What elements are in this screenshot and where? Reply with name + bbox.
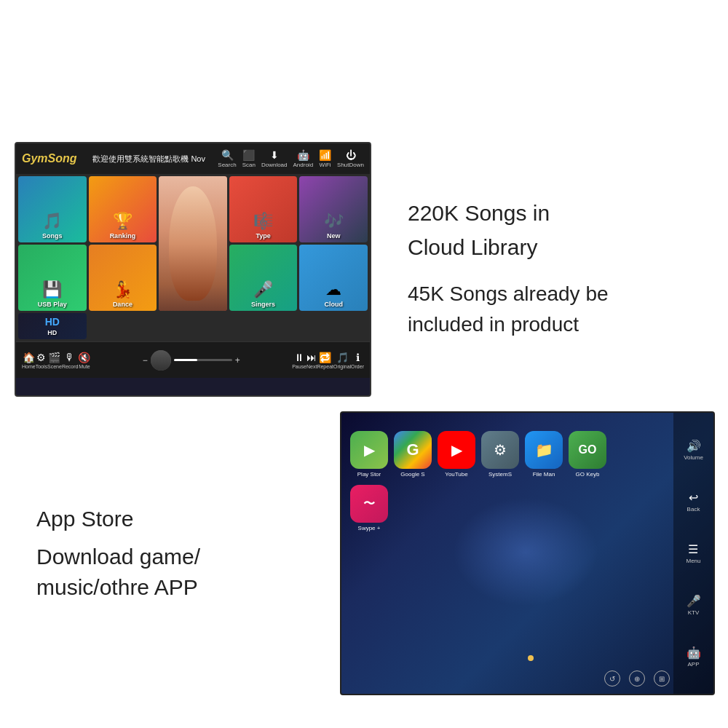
google-icon: G bbox=[394, 431, 432, 469]
new-icon: 🎶 bbox=[324, 212, 344, 231]
tile-type[interactable]: 🎼 Type bbox=[229, 176, 298, 242]
tile-new[interactable]: 🎶 New bbox=[299, 176, 368, 242]
original-icon: 🎵 bbox=[336, 352, 349, 363]
ctrl-next[interactable]: ⏭ Next bbox=[306, 352, 317, 369]
songs-icon: 🎵 bbox=[42, 212, 62, 231]
ctrl-repeat[interactable]: 🔁 Repeat bbox=[317, 352, 333, 369]
cloud-songs-line1: 220K Songs in bbox=[408, 199, 550, 227]
ctrl-mute[interactable]: 🔇 Mute bbox=[78, 352, 90, 369]
ctrl-record[interactable]: 🎙 Record bbox=[62, 352, 79, 369]
app-google[interactable]: G Google S bbox=[394, 431, 432, 478]
tile-ranking[interactable]: 🏆 Ranking bbox=[89, 176, 157, 242]
settings-icon: ⚙ bbox=[481, 431, 519, 469]
ranking-icon: 🏆 bbox=[113, 212, 132, 231]
ctrl-pause[interactable]: ⏸ Pause bbox=[292, 352, 306, 369]
progress-area: − + bbox=[90, 350, 292, 371]
usbplay-icon: 💾 bbox=[42, 280, 62, 299]
ctrl-original[interactable]: 🎵 Original bbox=[333, 352, 351, 369]
app-filemanager[interactable]: 📁 File Man bbox=[525, 431, 563, 478]
mute-label: Mute bbox=[79, 364, 90, 369]
sidebar-app[interactable]: 🤖 APP bbox=[687, 646, 701, 668]
swype-label: Swype + bbox=[358, 525, 381, 531]
mute-icon: 🔇 bbox=[78, 352, 90, 363]
android-home-circle[interactable]: ⊕ bbox=[629, 670, 645, 687]
ktv-icon: 🎤 bbox=[687, 594, 701, 608]
type-label: Type bbox=[256, 232, 270, 240]
scan-icon: ⬛ bbox=[242, 149, 255, 161]
shutdown-icon-item[interactable]: ⏻ ShutDown bbox=[337, 149, 364, 168]
tile-hd[interactable]: HD HD bbox=[18, 313, 87, 339]
scene-icon: 🎬 bbox=[48, 352, 60, 363]
app-settings[interactable]: ⚙ SystemS bbox=[481, 431, 519, 478]
youtube-icon: ▶ bbox=[438, 431, 475, 469]
app-swype[interactable]: 〜 Swype + bbox=[350, 485, 388, 531]
download-icon: ⬇ bbox=[270, 149, 279, 161]
tile-center-face[interactable] bbox=[159, 176, 227, 311]
sidebar-ktv[interactable]: 🎤 KTV bbox=[687, 594, 701, 616]
wifi-label: WiFi bbox=[320, 162, 331, 168]
gymsong-logo: GymSong bbox=[22, 152, 80, 165]
appstore-line2: Download game/music/othre APP bbox=[36, 542, 306, 603]
hd-icon: HD bbox=[45, 316, 60, 328]
right-text-panel: 220K Songs in Cloud Library 45K Songs al… bbox=[386, 142, 713, 397]
android-menu-circle[interactable]: ⊞ bbox=[654, 670, 670, 687]
apps-row2: 〜 Swype + bbox=[341, 481, 673, 535]
filemanager-label: File Man bbox=[533, 471, 555, 478]
app-youtube[interactable]: ▶ YouTube bbox=[438, 431, 475, 478]
dance-label: Dance bbox=[113, 301, 132, 308]
appstore-line1: App Store bbox=[36, 504, 306, 534]
karaoke-icons: 🔍 Search ⬛ Scan ⬇ Download 🤖 Android 📶 bbox=[218, 149, 364, 168]
google-label: Google S bbox=[400, 471, 424, 478]
sidebar-back[interactable]: ↩ Back bbox=[687, 491, 700, 513]
next-label: Next bbox=[306, 364, 317, 369]
android-icon-item[interactable]: 🤖 Android bbox=[293, 149, 314, 168]
download-icon-item[interactable]: ⬇ Download bbox=[261, 149, 288, 168]
cloud-library-line2: Cloud Library bbox=[408, 233, 537, 261]
tile-dance[interactable]: 💃 Dance bbox=[89, 245, 157, 311]
page-dot-indicator bbox=[528, 655, 534, 661]
scan-icon-item[interactable]: ⬛ Scan bbox=[242, 149, 256, 168]
singers-icon: 🎤 bbox=[253, 280, 273, 299]
order-label: Order bbox=[351, 364, 364, 369]
main-container: GymSong 歡迎使用雙系統智能點歌機 Nov 🔍 Search ⬛ Scan… bbox=[0, 0, 728, 728]
tile-cloud[interactable]: ☁ Cloud bbox=[299, 245, 368, 311]
tile-songs[interactable]: 🎵 Songs bbox=[18, 176, 87, 242]
progress-bar-fill bbox=[174, 359, 197, 361]
tile-singers[interactable]: 🎤 Singers bbox=[229, 245, 298, 311]
ctrl-order[interactable]: ℹ Order bbox=[351, 352, 364, 369]
gokeyboard-icon: GO bbox=[569, 431, 606, 469]
home-icon: 🏠 bbox=[23, 352, 35, 363]
app-gokeyboard[interactable]: GO GO Keyb bbox=[569, 431, 606, 478]
progress-thumb bbox=[151, 350, 171, 371]
app-sidebar-label: APP bbox=[687, 661, 699, 668]
volume-label: Volume bbox=[684, 454, 703, 461]
ctrl-home[interactable]: 🏠 Home bbox=[22, 352, 36, 369]
karaoke-screen: GymSong 歡迎使用雙系統智能點歌機 Nov 🔍 Search ⬛ Scan… bbox=[15, 142, 371, 397]
app-playstore[interactable]: ▶ Play Stor bbox=[350, 431, 388, 478]
android-label: Android bbox=[293, 162, 314, 168]
menu-label: Menu bbox=[686, 558, 700, 564]
ctrl-tools[interactable]: ⚙ Tools bbox=[36, 352, 47, 369]
search-icon-item[interactable]: 🔍 Search bbox=[218, 149, 236, 168]
hd-label: HD bbox=[47, 329, 57, 336]
center-face-bg bbox=[159, 176, 227, 311]
android-icon: 🤖 bbox=[297, 149, 309, 161]
record-icon: 🎙 bbox=[65, 352, 75, 363]
shutdown-icon: ⏻ bbox=[346, 149, 356, 161]
android-back-circle[interactable]: ↺ bbox=[604, 670, 620, 687]
search-icon: 🔍 bbox=[221, 149, 234, 161]
pause-label: Pause bbox=[292, 364, 306, 369]
tile-usbplay[interactable]: 💾 USB Play bbox=[18, 245, 87, 311]
ctrl-scene[interactable]: 🎬 Scene bbox=[47, 352, 62, 369]
android-screen: ▶ Play Stor G Google S ▶ YouTube ⚙ Syste… bbox=[340, 411, 715, 695]
plus-btn[interactable]: + bbox=[235, 355, 240, 365]
ktv-label: KTV bbox=[688, 609, 700, 616]
wifi-icon-item[interactable]: 📶 WiFi bbox=[319, 149, 331, 168]
appstore-text-panel: App Store Download game/music/othre APP bbox=[15, 411, 328, 695]
settings-label: SystemS bbox=[488, 471, 512, 478]
sidebar-menu[interactable]: ☰ Menu bbox=[686, 542, 700, 564]
minus-btn[interactable]: − bbox=[143, 355, 148, 365]
download-label: Download bbox=[261, 162, 288, 168]
sidebar-volume[interactable]: 🔊 Volume bbox=[684, 439, 703, 461]
search-label: Search bbox=[218, 162, 236, 168]
